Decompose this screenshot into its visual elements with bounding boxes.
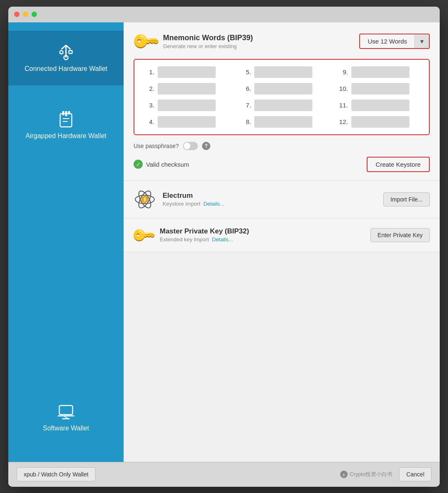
sidebar-item-label-connected-hardware-wallet: Connected Hardware Wallet xyxy=(24,65,107,73)
word-row-5: 5. xyxy=(239,66,324,78)
word-input-2[interactable] xyxy=(158,83,216,95)
word-input-8[interactable] xyxy=(254,116,312,128)
electrum-icon: ₿ xyxy=(134,188,156,211)
word-col-2: 5. 6. 7. 8. xyxy=(239,66,324,128)
master-key-section: 🔑 Master Private Key (BIP32) Extended ke… xyxy=(124,219,440,252)
checksum-left: ✓ Valid checksum xyxy=(134,160,189,169)
sidebar-item-connected-hardware-wallet[interactable]: Connected Hardware Wallet xyxy=(8,31,124,86)
svg-rect-7 xyxy=(62,111,64,115)
word-input-6[interactable] xyxy=(254,83,312,95)
xpub-watch-only-button[interactable]: xpub / Watch Only Wallet xyxy=(17,467,95,481)
svg-line-2 xyxy=(66,45,71,49)
use-words-dropdown-arrow[interactable]: ▼ xyxy=(414,35,429,48)
right-panel: 🔑 Mnemonic Words (BIP39) Generate new or… xyxy=(124,22,440,462)
main-content: Connected Hardware Wallet Airgapped Hard… xyxy=(8,22,440,462)
create-keystore-button[interactable]: Create Keystore xyxy=(367,157,430,172)
word-number-4: 4. xyxy=(143,118,154,125)
word-number-11: 11. xyxy=(336,102,348,109)
sidebar: Connected Hardware Wallet Airgapped Hard… xyxy=(8,22,124,462)
word-input-10[interactable] xyxy=(351,83,409,95)
mnemonic-subtitle: Generate new or enter existing xyxy=(163,43,253,49)
software-wallet-icon xyxy=(57,404,75,420)
word-row-3: 3. xyxy=(143,100,227,111)
word-row-9: 9. xyxy=(336,66,421,78)
minimize-button[interactable] xyxy=(23,12,28,17)
use-words-button[interactable]: Use 12 Words xyxy=(360,34,414,48)
bottom-bar: xpub / Watch Only Wallet ₿ Crypto投资小白书 C… xyxy=(8,462,440,487)
word-number-10: 10. xyxy=(336,85,348,92)
svg-line-1 xyxy=(61,45,66,49)
checksum-valid-icon: ✓ xyxy=(134,160,143,169)
word-input-3[interactable] xyxy=(158,100,216,111)
close-button[interactable] xyxy=(14,12,19,17)
word-input-9[interactable] xyxy=(351,66,409,78)
airgapped-icon xyxy=(58,110,73,128)
watermark: ₿ Crypto投资小白书 xyxy=(340,470,392,478)
word-input-12[interactable] xyxy=(351,116,409,128)
word-number-8: 8. xyxy=(239,118,251,125)
master-key-left: 🔑 Master Private Key (BIP32) Extended ke… xyxy=(134,226,249,244)
word-row-12: 12. xyxy=(336,116,421,128)
mnemonic-header: 🔑 Mnemonic Words (BIP39) Generate new or… xyxy=(134,31,430,52)
sidebar-item-airgapped-hardware-wallet[interactable]: Airgapped Hardware Wallet xyxy=(8,98,124,153)
electrum-info: Electrum Keystore import Details... xyxy=(163,192,224,207)
word-input-4[interactable] xyxy=(158,116,216,128)
word-number-2: 2. xyxy=(143,85,154,92)
help-icon[interactable]: ? xyxy=(202,142,210,150)
electrum-details-link[interactable]: Details... xyxy=(203,201,224,207)
word-grid: 1. 2. 3. 4. xyxy=(143,66,421,128)
passphrase-label: Use passphrase? xyxy=(134,143,179,149)
word-col-1: 1. 2. 3. 4. xyxy=(143,66,227,128)
bottom-right: ₿ Crypto投资小白书 Cancel xyxy=(340,467,431,481)
master-key-icon: 🔑 xyxy=(130,221,156,248)
master-key-title: Master Private Key (BIP32) xyxy=(160,227,249,236)
svg-rect-12 xyxy=(59,406,73,415)
titlebar xyxy=(8,7,440,22)
sidebar-item-label-airgapped-hardware-wallet: Airgapped Hardware Wallet xyxy=(25,132,106,141)
passphrase-toggle[interactable] xyxy=(183,142,198,150)
cancel-button[interactable]: Cancel xyxy=(399,467,431,481)
word-grid-container: 1. 2. 3. 4. xyxy=(134,59,430,135)
word-row-10: 10. xyxy=(336,83,421,95)
use-words-button-group[interactable]: Use 12 Words ▼ xyxy=(359,34,430,49)
svg-point-3 xyxy=(60,51,63,54)
svg-rect-4 xyxy=(69,51,72,53)
checksum-text: Valid checksum xyxy=(146,161,189,168)
svg-text:₿: ₿ xyxy=(144,197,146,202)
word-number-12: 12. xyxy=(336,118,348,125)
master-key-subtitle: Extended key import Details... xyxy=(160,236,249,243)
word-input-1[interactable] xyxy=(158,66,216,78)
watermark-icon: ₿ xyxy=(340,470,348,478)
word-number-3: 3. xyxy=(143,102,154,109)
word-number-7: 7. xyxy=(239,102,251,109)
svg-text:₿: ₿ xyxy=(343,473,345,477)
app-window: Connected Hardware Wallet Airgapped Hard… xyxy=(8,7,440,487)
master-key-details-link[interactable]: Details... xyxy=(212,236,233,243)
word-input-7[interactable] xyxy=(254,100,312,111)
word-input-5[interactable] xyxy=(254,66,312,78)
word-number-9: 9. xyxy=(336,68,348,75)
electrum-section: ₿ Electrum Keystore import Details... Im… xyxy=(124,181,440,219)
mnemonic-section: 🔑 Mnemonic Words (BIP39) Generate new or… xyxy=(124,22,440,181)
sidebar-item-software-wallet[interactable]: Software Wallet xyxy=(8,392,124,445)
import-file-button[interactable]: Import File... xyxy=(383,192,430,206)
word-number-5: 5. xyxy=(239,68,251,75)
checksum-row: ✓ Valid checksum Create Keystore xyxy=(134,157,430,172)
word-row-4: 4. xyxy=(143,116,227,128)
mnemonic-header-left: 🔑 Mnemonic Words (BIP39) Generate new or… xyxy=(134,31,253,52)
passphrase-row: Use passphrase? ? xyxy=(134,142,430,150)
mnemonic-key-icon: 🔑 xyxy=(129,26,161,57)
word-number-1: 1. xyxy=(143,68,154,75)
word-input-11[interactable] xyxy=(351,100,409,111)
word-row-6: 6. xyxy=(239,83,324,95)
word-row-8: 8. xyxy=(239,116,324,128)
word-row-7: 7. xyxy=(239,100,324,111)
word-row-1: 1. xyxy=(143,66,227,78)
word-row-2: 2. xyxy=(143,83,227,95)
enter-private-key-button[interactable]: Enter Private Key xyxy=(370,228,430,242)
maximize-button[interactable] xyxy=(32,12,37,17)
sidebar-item-label-software-wallet: Software Wallet xyxy=(43,424,89,433)
word-row-11: 11. xyxy=(336,100,421,111)
svg-rect-8 xyxy=(65,111,67,116)
electrum-title: Electrum xyxy=(163,192,224,200)
